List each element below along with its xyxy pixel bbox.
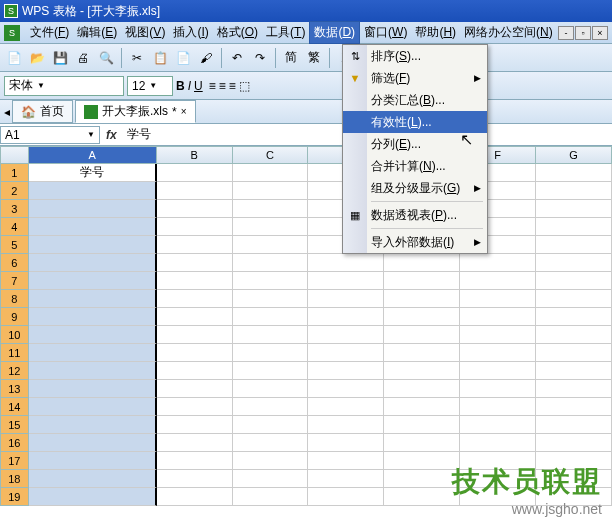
cell[interactable] [536, 344, 612, 362]
col-header-A[interactable]: A [29, 146, 157, 164]
cell[interactable] [384, 254, 460, 272]
cell[interactable] [384, 362, 460, 380]
cell[interactable] [308, 308, 384, 326]
cell[interactable] [29, 200, 157, 218]
cell[interactable] [29, 182, 157, 200]
menu-help[interactable]: 帮助(H) [411, 22, 460, 43]
menu-window[interactable]: 窗口(W) [360, 22, 411, 43]
cell[interactable] [157, 398, 233, 416]
cell[interactable] [308, 416, 384, 434]
row-header[interactable]: 15 [0, 416, 29, 434]
cell[interactable] [233, 470, 309, 488]
cell[interactable] [308, 326, 384, 344]
row-header[interactable]: 6 [0, 254, 29, 272]
cell[interactable] [536, 236, 612, 254]
menu-item-consolidate[interactable]: 合并计算(N)... [343, 155, 487, 177]
row-header[interactable]: 14 [0, 398, 29, 416]
cell[interactable] [29, 218, 157, 236]
cell[interactable] [384, 488, 460, 506]
redo-icon[interactable]: ↷ [250, 48, 270, 68]
tab-nav-icon[interactable]: ◂ [4, 105, 10, 119]
cell[interactable] [536, 398, 612, 416]
cell[interactable] [233, 452, 309, 470]
cell[interactable] [536, 182, 612, 200]
row-header[interactable]: 13 [0, 380, 29, 398]
cell[interactable] [29, 416, 157, 434]
cell[interactable] [233, 182, 309, 200]
italic-icon[interactable]: I [188, 79, 191, 93]
row-header[interactable]: 17 [0, 452, 29, 470]
cell[interactable] [233, 488, 309, 506]
cell[interactable] [233, 362, 309, 380]
menu-item-subtotal[interactable]: 分类汇总(B)... [343, 89, 487, 111]
cell[interactable] [536, 434, 612, 452]
cell[interactable] [29, 470, 157, 488]
format-painter-icon[interactable]: 🖌 [196, 48, 216, 68]
print-icon[interactable]: 🖨 [73, 48, 93, 68]
cell[interactable] [536, 326, 612, 344]
app-menu-icon[interactable]: S [4, 25, 20, 41]
row-header[interactable]: 2 [0, 182, 29, 200]
cell[interactable] [157, 326, 233, 344]
align-left-icon[interactable]: ≡ [209, 79, 216, 93]
cell[interactable] [233, 416, 309, 434]
copy-icon[interactable]: 📋 [150, 48, 170, 68]
cell[interactable] [384, 416, 460, 434]
menu-data[interactable]: 数据(D) [309, 21, 360, 44]
cell[interactable] [233, 236, 309, 254]
cell[interactable] [536, 308, 612, 326]
cell[interactable] [536, 362, 612, 380]
cell[interactable] [384, 452, 460, 470]
cell[interactable] [308, 254, 384, 272]
cell[interactable] [157, 218, 233, 236]
cell[interactable] [157, 200, 233, 218]
cell[interactable] [460, 308, 536, 326]
menu-item-validation[interactable]: 有效性(L)... [343, 111, 487, 133]
tab-file[interactable]: 开大李振.xls * × [75, 100, 196, 123]
cell[interactable] [157, 182, 233, 200]
cell[interactable] [460, 416, 536, 434]
bold-icon[interactable]: B [176, 79, 185, 93]
align-center-icon[interactable]: ≡ [219, 79, 226, 93]
cell[interactable] [29, 434, 157, 452]
cell[interactable] [384, 434, 460, 452]
row-header[interactable]: 10 [0, 326, 29, 344]
maximize-button[interactable]: ▫ [575, 26, 591, 40]
cell[interactable] [536, 416, 612, 434]
cell[interactable] [157, 380, 233, 398]
cell[interactable] [460, 380, 536, 398]
cell[interactable] [157, 362, 233, 380]
cell[interactable] [29, 236, 157, 254]
cell[interactable] [308, 434, 384, 452]
save-icon[interactable]: 💾 [50, 48, 70, 68]
menu-format[interactable]: 格式(O) [213, 22, 262, 43]
cell[interactable] [29, 290, 157, 308]
cell[interactable] [233, 344, 309, 362]
menu-view[interactable]: 视图(V) [121, 22, 169, 43]
cell[interactable] [460, 290, 536, 308]
undo-icon[interactable]: ↶ [227, 48, 247, 68]
cell[interactable] [29, 308, 157, 326]
close-button[interactable]: × [592, 26, 608, 40]
cell[interactable] [460, 434, 536, 452]
cell[interactable] [29, 380, 157, 398]
row-header[interactable]: 18 [0, 470, 29, 488]
cell[interactable] [157, 254, 233, 272]
cell[interactable] [233, 200, 309, 218]
cell[interactable] [308, 488, 384, 506]
cell[interactable] [233, 272, 309, 290]
cell[interactable] [233, 254, 309, 272]
cell[interactable] [536, 380, 612, 398]
cell[interactable] [460, 362, 536, 380]
cell[interactable] [233, 308, 309, 326]
font-combo[interactable]: 宋体 ▼ [4, 76, 124, 96]
cell[interactable] [29, 326, 157, 344]
cell[interactable] [29, 362, 157, 380]
preview-icon[interactable]: 🔍 [96, 48, 116, 68]
cell[interactable] [536, 218, 612, 236]
cell[interactable] [536, 164, 612, 182]
cell[interactable] [157, 452, 233, 470]
cell[interactable] [460, 398, 536, 416]
cell[interactable] [460, 272, 536, 290]
cell[interactable] [233, 380, 309, 398]
